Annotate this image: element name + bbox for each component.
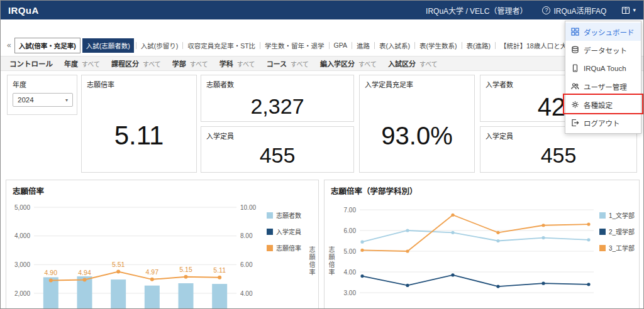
legend-label: 2_理学部 (609, 227, 635, 236)
svg-text:5,000: 5,000 (14, 204, 30, 211)
legend-item[interactable]: 1_文学部 (599, 210, 635, 220)
filter-faculty[interactable]: 学部 すべて (172, 58, 208, 68)
tab-separator (414, 42, 415, 49)
tab-capacity-st[interactable]: 収容定員充足率・ST比 (185, 38, 258, 53)
tab-separator (182, 42, 183, 49)
svg-text:4.97: 4.97 (146, 268, 159, 276)
svg-text:4.00: 4.00 (240, 290, 253, 297)
menu-book-icon (621, 6, 630, 14)
filter-value: すべて (291, 59, 309, 68)
tab-career[interactable]: 進路 (354, 38, 372, 53)
legend-label: 3_工学部 (609, 243, 635, 252)
caret-down-icon: ▾ (65, 97, 68, 103)
kpi-application-ratio: 志願倍率 5.11 (81, 75, 197, 173)
tab-separator (462, 42, 462, 49)
filter-department[interactable]: 学科 すべて (219, 58, 255, 68)
filter-year[interactable]: 年度 すべて (64, 58, 100, 68)
filter-label: 学科 (219, 58, 233, 68)
filter-value: すべて (143, 59, 161, 68)
chart-legend: 志願者数 入学定員 志願倍率 (267, 210, 301, 252)
tab-table-students[interactable]: 表(学生数系) (417, 38, 460, 53)
legend-swatch (267, 212, 273, 219)
control-bar-title: コントロール (9, 58, 53, 68)
topbar-right: IRQuA大学 / VELC（管理者） ? IRQuA活用FAQ ▾ (426, 5, 636, 16)
account-label[interactable]: IRQuA大学 / VELC（管理者） (426, 5, 527, 16)
kpi-applicants: 志願者数 2,327 (201, 75, 354, 122)
svg-text:6.00: 6.00 (240, 261, 253, 268)
kpi-value: 5.11 (82, 121, 196, 151)
menu-item-dataset[interactable]: データセット (565, 41, 641, 59)
legend-swatch (599, 229, 606, 235)
legend-item[interactable]: 3_工学部 (599, 243, 635, 252)
chart-title: 志願倍率 (13, 185, 44, 197)
filter-exam-division[interactable]: 入試区分 すべて (388, 58, 438, 68)
legend-item[interactable]: 志願倍率 (267, 243, 301, 252)
filter-transfer-division[interactable]: 編入学区分 すべて (320, 58, 377, 68)
tab-students[interactable]: 学生数・留年・退学 (262, 38, 327, 53)
menu-item-dashboard[interactable]: ダッシュボード (565, 23, 641, 41)
menu-item-label: ユーザー管理 (584, 82, 627, 92)
menu-item-irqua-touch[interactable]: IRQuA Touch (565, 59, 641, 77)
menu-item-user-management[interactable]: ユーザー管理 (565, 77, 641, 95)
menu-item-label: ダッシュボード (584, 27, 635, 37)
svg-text:5.11: 5.11 (213, 266, 226, 274)
question-icon: ? (542, 6, 550, 14)
filter-course-division[interactable]: 課程区分 すべて (111, 58, 161, 68)
dashboard-page: IRQuA IRQuA大学 / VELC（管理者） ? IRQuA活用FAQ ▾… (0, 0, 644, 309)
svg-text:3.00: 3.00 (344, 290, 357, 296)
svg-text:7.00: 7.00 (344, 207, 357, 214)
tab-exam-applicants[interactable]: 入試(志願者数) (82, 38, 134, 53)
tab-separator (374, 42, 375, 49)
svg-text:4,000: 4,000 (14, 232, 30, 239)
svg-text:4.00: 4.00 (344, 269, 357, 276)
kpi-title: 志願者数 (201, 75, 353, 89)
year-select-value: 2024 (18, 96, 34, 104)
control-bar: コントロール 年度 すべて 課程区分 すべて 学部 すべて 学科 すべて コース… (1, 56, 643, 71)
chart-panel-ratio-by-faculty: 志願倍率（学部学科別） 7.006.005.004.003.00 1_文学部 2… (324, 180, 640, 309)
tab-exam-yield[interactable]: 入試(歩留り) (138, 38, 181, 53)
dataset-icon (571, 46, 579, 54)
year-select[interactable]: 2024 ▾ (13, 93, 73, 107)
legend-swatch (599, 212, 606, 219)
tab-separator (329, 42, 330, 49)
legend-item[interactable]: 志願者数 (267, 210, 301, 220)
svg-text:4.94: 4.94 (78, 269, 91, 276)
line-chart[interactable]: 7.006.005.004.003.00 (325, 180, 640, 309)
kpi-value: 455 (480, 143, 636, 168)
legend-swatch (599, 245, 606, 251)
chart-legend: 1_文学部 2_理学部 3_工学部 (599, 210, 635, 252)
legend-item[interactable]: 入学定員 (267, 227, 301, 236)
legend-swatch (267, 229, 273, 235)
faq-label: IRQuA活用FAQ (553, 5, 606, 16)
smartphone-icon (571, 64, 579, 72)
svg-text:4.90: 4.90 (45, 269, 58, 276)
tab-separator (495, 42, 496, 49)
legend-item[interactable]: 2_理学部 (599, 227, 635, 236)
tab-gpa[interactable]: GPA (331, 39, 350, 52)
collapse-tabs-icon[interactable]: « (7, 41, 11, 50)
svg-text:5.00: 5.00 (344, 248, 357, 255)
gear-icon (571, 100, 579, 109)
tab-bar: « 入試(倍率・充足率) 入試(志願者数) 入試(歩留り) 収容定員充足率・ST… (6, 37, 643, 53)
faq-link[interactable]: ? IRQuA活用FAQ (542, 5, 606, 16)
menu-item-settings[interactable]: 各種設定 (565, 95, 641, 114)
dashboard-icon (571, 28, 579, 36)
menu-button[interactable]: ▾ (621, 6, 636, 14)
tab-table-career[interactable]: 表(進路) (464, 38, 494, 53)
kpi-title: 志願倍率 (82, 75, 196, 89)
svg-text:6.00: 6.00 (344, 227, 357, 234)
menu-item-label: 各種設定 (584, 100, 613, 110)
right-axis-title: 志願倍率 (307, 246, 316, 276)
kpi-title: 入学定員 (201, 127, 353, 141)
filter-value: すべて (358, 59, 377, 68)
filter-label: 学部 (172, 58, 186, 68)
legend-label: 志願者数 (276, 210, 301, 220)
tab-exam-rate[interactable]: 入試(倍率・充足率) (14, 38, 80, 53)
app-menu: ダッシュボード データセット IRQuA Touch ユーザー管理 各種設定 ロ… (565, 21, 641, 134)
topbar: IRQuA IRQuA大学 / VELC（管理者） ? IRQuA活用FAQ ▾ (1, 1, 643, 19)
menu-item-logout[interactable]: ログアウト (565, 114, 641, 132)
filter-course[interactable]: コース すべて (267, 58, 309, 68)
kpi-value: 2,327 (201, 94, 353, 119)
tab-table-exam[interactable]: 表(入試系) (377, 38, 413, 53)
legend-label: 志願倍率 (276, 243, 301, 252)
